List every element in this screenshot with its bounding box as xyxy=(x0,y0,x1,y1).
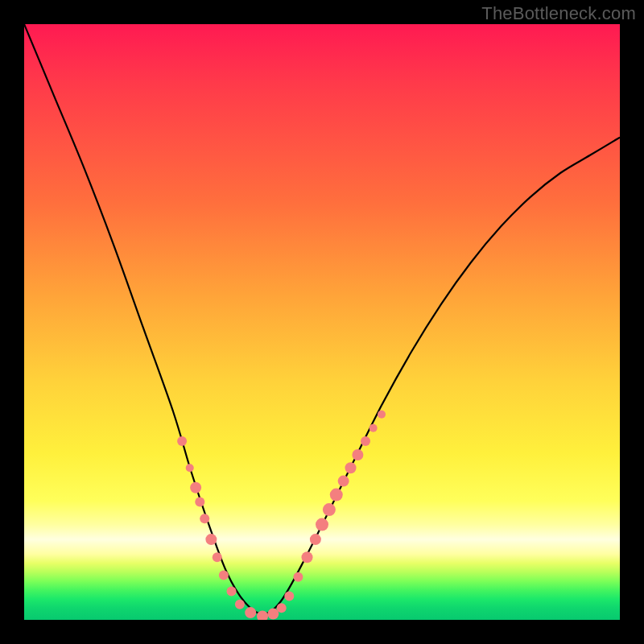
data-marker xyxy=(338,476,349,487)
data-marker xyxy=(369,424,378,432)
data-marker xyxy=(293,572,303,582)
data-marker xyxy=(378,411,386,419)
data-marker xyxy=(345,462,357,473)
data-marker xyxy=(200,514,209,523)
data-marker xyxy=(213,552,222,562)
data-marker xyxy=(205,534,217,545)
plot-area xyxy=(24,24,620,620)
data-marker xyxy=(316,518,328,531)
data-marker xyxy=(330,489,343,502)
data-marker xyxy=(190,482,201,493)
data-marker xyxy=(323,503,336,516)
marker-group xyxy=(177,411,386,620)
chart-frame: TheBottleneck.com xyxy=(0,0,644,644)
curve-svg xyxy=(24,24,620,620)
data-marker xyxy=(277,603,287,613)
data-marker xyxy=(195,497,204,506)
data-marker xyxy=(257,611,268,620)
watermark-text: TheBottleneck.com xyxy=(481,3,636,24)
data-marker xyxy=(245,607,256,618)
data-marker xyxy=(219,571,229,580)
data-marker xyxy=(267,609,279,620)
data-marker xyxy=(186,464,194,472)
data-marker xyxy=(235,600,245,609)
data-marker xyxy=(302,551,313,563)
data-marker xyxy=(177,436,187,446)
data-marker xyxy=(352,449,363,460)
data-marker xyxy=(310,534,321,545)
data-marker xyxy=(227,586,237,596)
data-marker xyxy=(284,591,294,601)
data-marker xyxy=(361,436,370,446)
